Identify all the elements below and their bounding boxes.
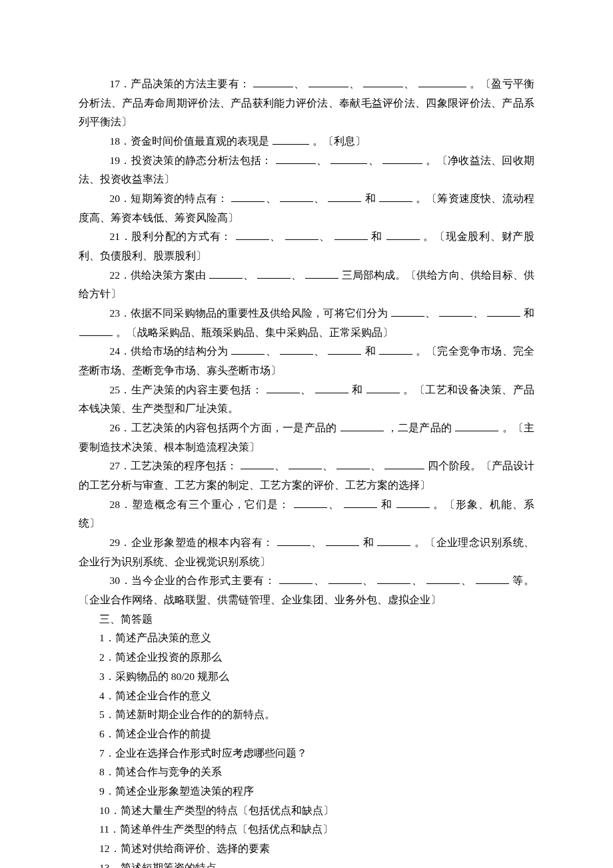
q17-text-a: 17．产品决策的方法主要有： xyxy=(110,78,250,89)
blank[interactable] xyxy=(334,230,368,240)
q18-text-a: 18．资金时间价值最直观的表现是 xyxy=(110,135,270,147)
sa-item: 10．简述大量生产类型的特点〔包括优点和缺点〕 xyxy=(79,801,534,821)
q24-text-a: 24．供给市场的结构分为 xyxy=(110,345,229,357)
blank[interactable] xyxy=(280,192,313,202)
blank[interactable] xyxy=(455,421,498,431)
blank[interactable] xyxy=(344,498,377,508)
blank[interactable] xyxy=(366,383,400,393)
sa-item: 7．企业在选择合作形式时应考虑哪些问题？ xyxy=(79,744,534,763)
blank[interactable] xyxy=(328,345,361,355)
sep: 、 xyxy=(291,269,302,281)
blank[interactable] xyxy=(277,536,310,546)
blank[interactable] xyxy=(326,536,359,546)
sa-item: 1．简述产品决策的意义 xyxy=(79,629,534,648)
sep: 、 xyxy=(313,575,324,586)
blank[interactable] xyxy=(236,230,269,240)
blank[interactable] xyxy=(257,269,291,279)
blank[interactable] xyxy=(209,269,243,279)
blank[interactable] xyxy=(279,575,312,585)
fill-q27: 27．工艺决策的程序包括： 、 、 、 四个阶段。〔产品设计的工艺分析与审查、工… xyxy=(79,457,534,495)
blank[interactable] xyxy=(294,498,327,508)
blank[interactable] xyxy=(487,307,520,317)
fill-q25: 25．生产决策的内容主要包括： 、 和 。〔工艺和设备决策、产品本钱决策、生产类… xyxy=(79,381,534,419)
q23-text-c: 。〔战略采购品、瓶颈采购品、集中采购品、正常采购品〕 xyxy=(116,327,393,338)
sep: 、 xyxy=(265,193,276,204)
fill-q29: 29．企业形象塑造的根本内容有： 、 和 。〔企业理念识别系统、企业行为识别系统… xyxy=(79,533,534,571)
fill-q19: 19．投资决策的静态分析法包括： 、 、 。〔净收益法、回收期法、投资收益率法〕 xyxy=(79,151,534,189)
sep: 、 xyxy=(411,575,422,586)
q21-text-a: 21．股利分配的方式有： xyxy=(110,231,233,242)
sa-item: 13．简述短期筹资的特点 xyxy=(79,859,534,868)
fill-q24: 24．供给市场的结构分为 、 、 和 。〔完全竞争市场、完全垄断市场、垄断竞争市… xyxy=(79,342,534,380)
blank[interactable] xyxy=(305,269,338,279)
blank[interactable] xyxy=(476,575,509,585)
q20-and: 和 xyxy=(365,193,376,204)
fill-q18: 18．资金时间价值最直观的表现是 。〔利息〕 xyxy=(79,132,534,151)
blank[interactable] xyxy=(391,307,424,317)
blank[interactable] xyxy=(328,192,361,202)
sep: 、 xyxy=(314,193,324,204)
blank[interactable] xyxy=(289,460,322,470)
q23-text-a: 23．依据不同采购物品的重要性及供给风险，可将它们分为 xyxy=(110,307,388,319)
blank[interactable] xyxy=(231,192,265,202)
section-3-heading: 三、简答题 xyxy=(79,610,534,629)
q18-text-b: 。〔利息〕 xyxy=(312,135,366,147)
blank[interactable] xyxy=(439,307,472,317)
sep: 、 xyxy=(311,537,322,548)
blank[interactable] xyxy=(336,460,370,470)
q22-text-a: 22．供给决策方案由 xyxy=(110,269,206,281)
blank[interactable] xyxy=(267,383,300,393)
blank[interactable] xyxy=(285,230,318,240)
sep: 、 xyxy=(404,78,414,89)
blank[interactable] xyxy=(253,77,293,87)
blank[interactable] xyxy=(241,460,274,470)
sep: 、 xyxy=(368,155,379,166)
blank[interactable] xyxy=(280,345,313,355)
sa-item: 12．简述对供给商评价、选择的要素 xyxy=(79,839,534,859)
blank[interactable] xyxy=(308,77,348,87)
blank[interactable] xyxy=(273,135,309,145)
q20-text-a: 20．短期筹资的特点有： xyxy=(110,193,229,204)
sa-item: 5．简述新时期企业合作的的新特点。 xyxy=(79,705,534,725)
blank[interactable] xyxy=(231,345,265,355)
blank[interactable] xyxy=(382,154,422,164)
sep: 、 xyxy=(370,460,381,471)
q30-text-a: 30．当今企业的合作形式主要有： xyxy=(110,575,276,586)
fill-q26: 26．工艺决策的内容包括两个方面，一是产品的 ，二是产品的 。〔主要制造技术决策… xyxy=(79,419,534,457)
blank[interactable] xyxy=(340,421,384,431)
blank[interactable] xyxy=(330,154,367,164)
q28-and: 和 xyxy=(381,499,392,510)
blank[interactable] xyxy=(79,326,113,336)
q25-and: 和 xyxy=(352,384,362,395)
blank[interactable] xyxy=(377,575,410,585)
sep: 、 xyxy=(349,78,360,89)
blank[interactable] xyxy=(363,77,403,87)
blank[interactable] xyxy=(276,154,316,164)
document-page: 17．产品决策的方法主要有： 、 、 、 。〔盈亏平衡分析法、产品寿命周期评价法… xyxy=(0,0,613,868)
blank[interactable] xyxy=(384,460,424,470)
blank[interactable] xyxy=(328,575,362,585)
blank[interactable] xyxy=(377,536,410,546)
blank[interactable] xyxy=(418,77,466,87)
fill-q17: 17．产品决策的方法主要有： 、 、 、 。〔盈亏平衡分析法、产品寿命周期评价法… xyxy=(79,75,534,132)
sa-item: 4．简述企业合作的意义 xyxy=(79,687,534,706)
sep: 、 xyxy=(362,575,374,586)
sep: 、 xyxy=(319,231,330,242)
q24-and: 和 xyxy=(365,345,376,357)
sa-item: 6．简述企业合作的前提 xyxy=(79,725,534,744)
fill-q30: 30．当今企业的合作形式主要有： 、 、 、 、 等。〔企业合作网络、战略联盟、… xyxy=(79,571,534,609)
blank[interactable] xyxy=(315,383,348,393)
sep: 、 xyxy=(301,384,312,395)
fill-q28: 28．塑造概念有三个重心，它们是： 、 和 。〔形象、机能、系统〕 xyxy=(79,495,534,533)
blank[interactable] xyxy=(386,230,420,240)
sep: 、 xyxy=(275,460,285,471)
sa-item: 8．简述合作与竞争的关系 xyxy=(79,763,534,782)
q25-text-a: 25．生产决策的内容主要包括： xyxy=(110,384,263,395)
sep: 、 xyxy=(460,575,472,586)
blank[interactable] xyxy=(396,498,430,508)
blank[interactable] xyxy=(379,192,412,202)
blank[interactable] xyxy=(426,575,460,585)
q26-text-a: 26．工艺决策的内容包括两个方面，一是产品的 xyxy=(110,422,337,433)
blank[interactable] xyxy=(379,345,412,355)
sa-item: 2．简述企业投资的原那么 xyxy=(79,648,534,667)
